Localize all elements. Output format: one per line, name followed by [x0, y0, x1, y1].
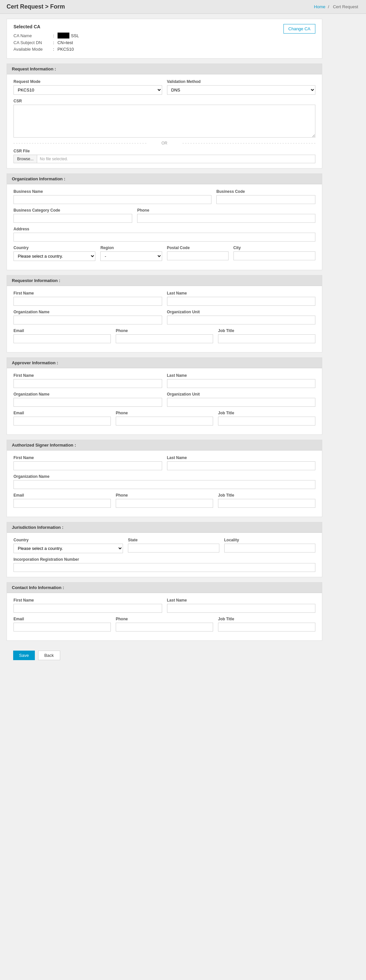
con-last-name-input[interactable]: [167, 604, 316, 613]
app-first-name-input[interactable]: [13, 379, 162, 388]
as-first-name-input[interactable]: [13, 461, 162, 470]
req-last-name-input[interactable]: [167, 297, 316, 306]
app-job-title-input[interactable]: [218, 417, 315, 425]
business-name-group: Business Name: [13, 189, 211, 204]
csr-file-label: CSR File: [13, 149, 315, 153]
as-phone-group: Phone: [116, 493, 213, 508]
reg-number-input[interactable]: [13, 563, 315, 572]
jur-country-select[interactable]: Please select a country.: [13, 544, 123, 553]
change-ca-button[interactable]: Change CA: [284, 24, 315, 33]
jurisdiction-info-section: Jurisdiction Information : Country Pleas…: [6, 522, 322, 577]
validation-method-label: Validation Method: [167, 79, 316, 84]
req-org-name-group: Organization Name: [13, 310, 162, 325]
req-phone-group: Phone: [116, 328, 213, 343]
csr-label: CSR: [13, 99, 315, 103]
app-org-name-label: Organization Name: [13, 392, 162, 396]
request-info-section: Request Information : Request Mode PKCS1…: [6, 64, 322, 169]
app-org-name-input[interactable]: [13, 398, 162, 407]
jur-state-input[interactable]: [128, 544, 219, 552]
app-last-name-input[interactable]: [167, 379, 316, 388]
org-phone-input[interactable]: [137, 214, 315, 223]
org-info-section: Organization Information : Business Name…: [6, 173, 322, 270]
req-phone-input[interactable]: [116, 334, 213, 343]
con-phone-label: Phone: [116, 617, 213, 621]
con-email-input[interactable]: [13, 623, 111, 632]
business-name-input[interactable]: [13, 195, 211, 204]
org-country-label: Country: [13, 245, 95, 250]
app-phone-group: Phone: [116, 411, 213, 425]
postal-code-input[interactable]: [167, 251, 228, 260]
as-email-label: Email: [13, 493, 111, 498]
as-org-name-input[interactable]: [13, 480, 315, 489]
region-select[interactable]: -: [100, 251, 162, 261]
city-input[interactable]: [233, 251, 315, 260]
selected-ca-box: Selected CA CA Name : SSL CA Subject DN …: [6, 19, 322, 59]
as-phone-input[interactable]: [116, 499, 213, 508]
org-country-select[interactable]: Please select a country.: [13, 251, 95, 261]
app-first-name-label: First Name: [13, 373, 162, 378]
approver-info-title: Approver Information :: [7, 358, 322, 368]
business-category-group: Business Category Code: [13, 208, 132, 223]
business-category-input[interactable]: [13, 214, 132, 223]
contact-info-section: Contact Info Information : First Name La…: [6, 582, 322, 641]
ca-subject-dn-label: CA Subject DN: [13, 40, 53, 45]
con-job-title-input[interactable]: [218, 623, 315, 632]
back-button[interactable]: Back: [38, 651, 60, 660]
con-last-name-label: Last Name: [167, 598, 316, 603]
as-email-input[interactable]: [13, 499, 111, 508]
jur-state-label: State: [128, 538, 219, 542]
as-job-title-input[interactable]: [218, 499, 315, 508]
csr-textarea[interactable]: [13, 105, 315, 138]
app-org-unit-input[interactable]: [167, 398, 316, 407]
browse-button[interactable]: Browse...: [13, 155, 37, 163]
business-code-input[interactable]: [216, 195, 315, 204]
request-info-title: Request Information :: [7, 64, 322, 74]
app-email-input[interactable]: [13, 417, 111, 425]
app-org-unit-group: Organization Unit: [167, 392, 316, 407]
country-region-row: Country Please select a country. Region …: [13, 245, 315, 261]
jurisdiction-info-title: Jurisdiction Information :: [7, 522, 322, 533]
req-email-input[interactable]: [13, 334, 111, 343]
req-first-name-input[interactable]: [13, 297, 162, 306]
business-code-label: Business Code: [216, 189, 315, 194]
file-name-display: No file selected.: [37, 155, 315, 163]
as-last-name-label: Last Name: [167, 455, 316, 460]
address-group: Address: [13, 227, 315, 242]
req-last-name-group: Last Name: [167, 291, 316, 306]
region-group: Region -: [100, 245, 162, 261]
requestor-info-title: Requestor Information :: [7, 275, 322, 286]
city-group: City: [233, 245, 315, 261]
address-input[interactable]: [13, 233, 315, 242]
breadcrumb-home[interactable]: Home: [314, 4, 326, 9]
as-first-name-label: First Name: [13, 455, 162, 460]
as-email-group: Email: [13, 493, 111, 508]
req-org-unit-input[interactable]: [167, 316, 316, 325]
req-org-name-label: Organization Name: [13, 310, 162, 314]
as-last-name-input[interactable]: [167, 461, 316, 470]
app-last-name-group: Last Name: [167, 373, 316, 388]
con-last-name-group: Last Name: [167, 598, 316, 613]
org-phone-label: Phone: [137, 208, 315, 213]
reg-number-group: Incorporation Registration Number: [13, 557, 315, 572]
ca-name-black: [57, 33, 70, 38]
business-name-label: Business Name: [13, 189, 211, 194]
app-job-title-group: Job Title: [218, 411, 315, 425]
req-job-title-input[interactable]: [218, 334, 315, 343]
or-text: OR: [162, 141, 167, 145]
city-label: City: [233, 245, 315, 250]
con-phone-input[interactable]: [116, 623, 213, 632]
request-mode-select[interactable]: PKCS10 CMC Raw: [13, 85, 162, 95]
app-phone-input[interactable]: [116, 417, 213, 425]
business-category-label: Business Category Code: [13, 208, 132, 213]
con-first-name-input[interactable]: [13, 604, 162, 613]
con-phone-group: Phone: [116, 617, 213, 632]
req-org-name-input[interactable]: [13, 316, 162, 325]
request-mode-group: Request Mode PKCS10 CMC Raw: [13, 79, 162, 95]
save-button[interactable]: Save: [13, 651, 35, 660]
jur-locality-input[interactable]: [224, 544, 316, 552]
req-phone-label: Phone: [116, 328, 213, 333]
as-job-title-label: Job Title: [218, 493, 315, 498]
validation-method-select[interactable]: DNS Email HTTP: [167, 85, 316, 95]
req-org-unit-group: Organization Unit: [167, 310, 316, 325]
available-mode-value: PKCS10: [57, 47, 74, 52]
